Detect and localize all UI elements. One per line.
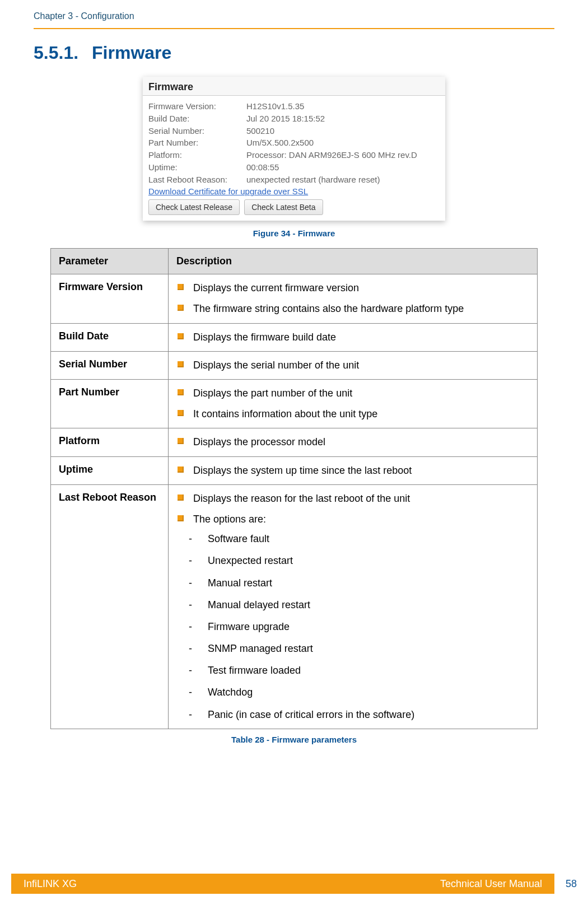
param-desc: Displays the reason for the last reboot … — [169, 484, 538, 729]
param-name: Firmware Version — [51, 274, 169, 323]
download-cert-link[interactable]: Download Certificate for upgrade over SS… — [148, 186, 308, 196]
header-divider — [34, 28, 554, 29]
footer-right: Technical User Manual — [440, 878, 542, 890]
table-row: Platform Displays the processor model — [51, 428, 538, 456]
check-latest-beta-button[interactable]: Check Latest Beta — [244, 199, 323, 215]
table-row: Uptime Displays the system up time since… — [51, 456, 538, 484]
label: Part Number: — [148, 137, 246, 149]
label: Build Date: — [148, 113, 246, 125]
sub-bullet: Unexpected restart — [176, 554, 529, 568]
bullet: Displays the system up time since the la… — [176, 464, 529, 478]
firmware-row: Serial Number:500210 — [148, 125, 440, 137]
section-title: Firmware — [92, 43, 171, 63]
label: Last Reboot Reason: — [148, 174, 246, 186]
sub-bullet: Software fault — [176, 532, 529, 546]
table-row: Part Number Displays the part number of … — [51, 380, 538, 428]
firmware-row: Firmware Version:H12S10v1.5.35 — [148, 100, 440, 113]
param-desc: Displays the serial number of the unit — [169, 351, 538, 379]
table-caption: Table 28 - Firmware parameters — [34, 735, 554, 744]
value: 00:08:55 — [246, 161, 440, 174]
bullet: Displays the serial number of the unit — [176, 358, 529, 372]
firmware-panel-title: Firmware — [143, 77, 445, 96]
param-name: Uptime — [51, 456, 169, 484]
table-row: Serial Number Displays the serial number… — [51, 351, 538, 379]
value: Jul 20 2015 18:15:52 — [246, 113, 440, 125]
chapter-header: Chapter 3 - Configuration — [34, 11, 554, 26]
param-desc: Displays the processor model — [169, 428, 538, 456]
footer-left: InfiLINK XG — [24, 878, 77, 890]
value: unexpected restart (hardware reset) — [246, 174, 440, 186]
param-name: Serial Number — [51, 351, 169, 379]
bullet: Displays the reason for the last reboot … — [176, 492, 529, 506]
param-desc: Displays the part number of the unit It … — [169, 380, 538, 428]
table-row: Build Date Displays the firmware build d… — [51, 323, 538, 351]
param-name: Last Reboot Reason — [51, 484, 169, 729]
sub-bullet: Manual restart — [176, 576, 529, 590]
sub-bullet: Panic (in case of critical errors in the… — [176, 708, 529, 722]
firmware-row: Uptime:00:08:55 — [148, 161, 440, 174]
param-desc: Displays the firmware build date — [169, 323, 538, 351]
bullet: Displays the firmware build date — [176, 330, 529, 344]
param-name: Part Number — [51, 380, 169, 428]
label: Firmware Version: — [148, 100, 246, 113]
param-desc: Displays the current firmware version Th… — [169, 274, 538, 323]
firmware-row: Platform:Processor: DAN ARM926EJ-S 600 M… — [148, 149, 440, 161]
bullet: The firmware string contains also the ha… — [176, 302, 529, 316]
sub-bullet: Test firmware loaded — [176, 664, 529, 678]
param-desc: Displays the system up time since the la… — [169, 456, 538, 484]
bullet: The options are: — [176, 512, 529, 526]
sub-bullet: Manual delayed restart — [176, 598, 529, 612]
parameters-table: Parameter Description Firmware Version D… — [50, 248, 538, 729]
col-parameter: Parameter — [51, 249, 169, 274]
firmware-row: Build Date:Jul 20 2015 18:15:52 — [148, 113, 440, 125]
figure-caption: Figure 34 - Firmware — [253, 228, 335, 238]
bullet: Displays the processor model — [176, 435, 529, 449]
param-name: Build Date — [51, 323, 169, 351]
label: Serial Number: — [148, 125, 246, 137]
firmware-panel: Firmware Firmware Version:H12S10v1.5.35 … — [143, 77, 445, 221]
table-row: Last Reboot Reason Displays the reason f… — [51, 484, 538, 729]
page-number: 58 — [554, 878, 588, 890]
bullet: Displays the current firmware version — [176, 281, 529, 295]
check-latest-release-button[interactable]: Check Latest Release — [148, 199, 240, 215]
sub-bullet: Firmware upgrade — [176, 620, 529, 634]
label: Uptime: — [148, 161, 246, 174]
param-name: Platform — [51, 428, 169, 456]
col-description: Description — [169, 249, 538, 274]
firmware-row: Part Number:Um/5X.500.2x500 — [148, 137, 440, 149]
value: Um/5X.500.2x500 — [246, 137, 440, 149]
value: H12S10v1.5.35 — [246, 100, 440, 113]
bullet: Displays the part number of the unit — [176, 386, 529, 400]
section-number: 5.5.1. — [34, 43, 78, 63]
bullet: It contains information about the unit t… — [176, 407, 529, 421]
value: 500210 — [246, 125, 440, 137]
value: Processor: DAN ARM926EJ-S 600 MHz rev.D — [246, 149, 440, 161]
sub-bullet: SNMP managed restart — [176, 642, 529, 656]
section-heading: 5.5.1.Firmware — [34, 43, 554, 63]
sub-bullet: Watchdog — [176, 685, 529, 699]
page-footer: InfiLINK XG Technical User Manual 58 — [0, 874, 588, 894]
firmware-row: Last Reboot Reason:unexpected restart (h… — [148, 174, 440, 186]
label: Platform: — [148, 149, 246, 161]
table-row: Firmware Version Displays the current fi… — [51, 274, 538, 323]
